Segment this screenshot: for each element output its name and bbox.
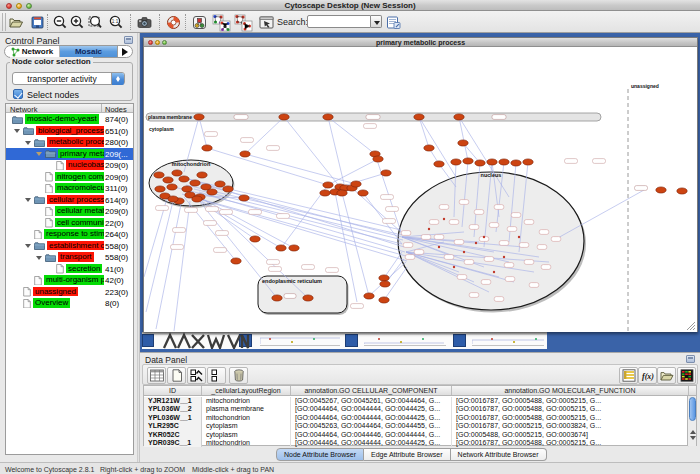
network-tree-row-part[interactable]: cell communicati xyxy=(55,218,104,229)
heatmap-icon-part-part[interactable] xyxy=(682,376,685,378)
network-tree-row[interactable]: multi-organism pro42(0) xyxy=(6,275,133,287)
scroll-up-icon[interactable] xyxy=(690,427,696,434)
network-tree-row-part[interactable]: Overview xyxy=(33,298,104,309)
search-dropdown-arrow[interactable] xyxy=(371,15,382,28)
delete-attribute-icon-part-part[interactable] xyxy=(235,372,243,381)
heatmap-icon-part-part[interactable] xyxy=(685,373,688,375)
network-window-close-button[interactable] xyxy=(148,40,153,45)
help-icon-part[interactable] xyxy=(165,14,182,31)
zoom-in-icon-part-part[interactable] xyxy=(79,24,82,27)
network-canvas[interactable]: plasma membranecytoplasmmitochondrionend… xyxy=(144,47,697,332)
zoom-fit-icon-part-part[interactable] xyxy=(98,24,101,27)
tree-expand-icon[interactable] xyxy=(25,141,31,148)
open-file-icon[interactable] xyxy=(8,14,25,31)
zoom-fit-icon[interactable] xyxy=(87,14,104,31)
help-icon[interactable] xyxy=(165,14,182,31)
network-window-titlebar[interactable]: primary metabolic process xyxy=(144,38,697,47)
select-attributes-icon-part[interactable] xyxy=(190,369,204,382)
zoom-out-icon-part[interactable] xyxy=(52,14,69,31)
table-column-header[interactable]: ID xyxy=(144,386,202,395)
heatmap-icon-part-part[interactable] xyxy=(685,371,688,373)
vizmapper-icon-part-part[interactable] xyxy=(198,19,202,23)
table-row[interactable]: YPL036W__2plasma membrane[GO:0044464, GO… xyxy=(144,405,696,413)
import-attributes-icon-part-part[interactable] xyxy=(661,375,673,380)
heatmap-icon-part-part[interactable] xyxy=(688,378,691,380)
table-row[interactable]: YKR052Ccytoplasm[GO:0044464, GO:0044446,… xyxy=(144,431,696,439)
snapshot-icon[interactable] xyxy=(136,14,153,31)
network-tree-row-part[interactable]: transport xyxy=(58,252,104,263)
attribute-list-icon-part-part[interactable] xyxy=(624,371,626,379)
formula-builder-icon-part[interactable]: f(x) xyxy=(641,369,655,382)
network-tree-row[interactable]: Overview8(0) xyxy=(6,298,133,310)
save-session-icon-part[interactable] xyxy=(29,14,46,31)
table-row[interactable]: YLR295Ccytoplasm[GO:0045263, GO:0044464,… xyxy=(144,422,696,430)
zoom-selected-icon[interactable]: 1:1 xyxy=(108,14,125,31)
tab-edge-attribute-browser[interactable]: Edge Attribute Browser xyxy=(364,448,451,461)
attribute-table-icon-part[interactable] xyxy=(150,369,164,382)
heatmap-icon-part-part[interactable] xyxy=(685,378,688,380)
table-row[interactable]: YPL036W__1mitochondrion[GO:0044464, GO:0… xyxy=(144,414,696,422)
search-input[interactable] xyxy=(307,15,371,28)
zoom-fit-icon-part[interactable] xyxy=(87,14,104,31)
node-color-attribute-select[interactable]: transporter activity xyxy=(12,72,125,85)
heatmap-icon-part-part[interactable] xyxy=(682,373,685,375)
import-attributes-icon[interactable] xyxy=(657,367,676,384)
create-network-view-icon[interactable] xyxy=(212,14,229,31)
unselect-attributes-icon-part[interactable] xyxy=(210,369,224,382)
unselect-attributes-icon-part-part[interactable] xyxy=(212,370,217,375)
tab-overflow-arrow[interactable] xyxy=(118,46,132,57)
network-tree-row[interactable]: macromolecule m311(0) xyxy=(6,183,133,195)
float-panel-icon[interactable] xyxy=(124,36,133,44)
zoom-selected-icon-part-part[interactable] xyxy=(118,24,121,27)
network-tree-row-part[interactable]: primary metabolic xyxy=(58,149,104,160)
network-tree-row[interactable]: nucleobase-contai209(0) xyxy=(6,160,133,172)
zoom-fit-icon-part-part[interactable] xyxy=(91,17,100,26)
network-tree-row-part[interactable]: metabolic process xyxy=(47,137,104,148)
network-tree-row[interactable]: cell communicati22(0) xyxy=(6,217,133,229)
delete-attribute-icon[interactable] xyxy=(229,367,248,384)
save-session-icon-part-part[interactable] xyxy=(36,25,39,28)
network-tree-row[interactable]: response to stimulu264(0) xyxy=(6,229,133,241)
network-tree-row[interactable]: cellular process614(0) xyxy=(6,194,133,206)
heatmap-icon-part-part[interactable] xyxy=(682,371,685,373)
new-attribute-icon-part[interactable] xyxy=(170,369,184,382)
heatmap-icon-part-part[interactable] xyxy=(682,378,685,380)
zoom-in-icon[interactable] xyxy=(69,14,86,31)
unselect-attributes-icon-part-part[interactable] xyxy=(212,377,217,382)
configure-search-icon-part[interactable] xyxy=(385,14,402,31)
attribute-table-icon-part-part[interactable] xyxy=(151,370,164,372)
zoom-out-icon[interactable] xyxy=(52,14,69,31)
open-file-icon-part[interactable] xyxy=(8,14,25,31)
network-tree-row[interactable]: cellular metaboli209(0) xyxy=(6,206,133,218)
network-tree-row-part[interactable]: cellular metaboli xyxy=(55,206,104,217)
select-nodes-checkbox[interactable] xyxy=(13,89,23,99)
float-panel-icon[interactable] xyxy=(686,355,695,363)
vizmapper-icon[interactable] xyxy=(191,14,208,31)
window-resize-grip[interactable] xyxy=(686,321,696,330)
attribute-table-icon[interactable] xyxy=(147,367,166,384)
network-tree-row-part[interactable]: secretion xyxy=(66,264,104,275)
annotation-icon[interactable] xyxy=(258,14,275,31)
annotation-icon-part-part[interactable] xyxy=(260,17,273,20)
network-tree-row-part[interactable]: unassigned xyxy=(33,287,104,298)
network-tree-row-part[interactable]: mosaic-demo-yeast xyxy=(25,114,104,125)
table-row[interactable]: YDR039C__1mitochondrion[GO:0044464, GO:0… xyxy=(144,439,696,447)
tree-expand-icon[interactable] xyxy=(25,244,31,251)
network-tree-row-part[interactable]: response to stimulu xyxy=(44,229,104,240)
window-zoom-button[interactable] xyxy=(26,3,32,9)
tab-network[interactable]: Network xyxy=(5,46,60,57)
network-tree-row[interactable]: secretion41(0) xyxy=(6,263,133,275)
network-tree-row[interactable]: transport558(0) xyxy=(6,252,133,264)
network-window-zoom-button[interactable] xyxy=(162,40,167,45)
formula-builder-icon[interactable]: f(x) xyxy=(638,367,657,384)
network-tree-row[interactable]: mosaic-demo-yeast874(0) xyxy=(6,114,133,126)
table-column-header[interactable]: annotation.GO MOLECULAR_FUNCTION xyxy=(452,386,689,395)
network-tree-row[interactable]: primary metabolic209(... xyxy=(6,148,133,160)
save-session-icon-part-part[interactable] xyxy=(34,17,41,19)
network-tree-row[interactable]: establishment of lo558(0) xyxy=(6,240,133,252)
network-tree-row-part[interactable]: cellular process xyxy=(47,195,104,206)
snapshot-icon-part[interactable] xyxy=(136,14,153,31)
zoom-selected-icon-part-part[interactable]: 1:1 xyxy=(112,19,119,24)
snapshot-icon-part-part[interactable] xyxy=(139,20,141,21)
heatmap-icon-part[interactable] xyxy=(680,369,694,382)
